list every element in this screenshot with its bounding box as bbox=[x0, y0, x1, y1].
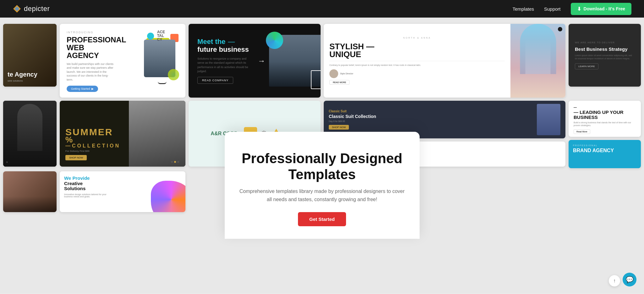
classic-suit-title: Classic Suit Collection bbox=[329, 114, 560, 119]
nav-support[interactable]: Support bbox=[544, 6, 561, 12]
hero-description: Comprehensive templates library made by … bbox=[237, 187, 407, 203]
card-best-business[interactable]: We are here to deliver Best Business Str… bbox=[569, 24, 641, 87]
logo-icon bbox=[13, 4, 21, 13]
scroll-top-button[interactable]: ↑ bbox=[609, 275, 620, 286]
te-agency-title: te Agency bbox=[8, 71, 52, 78]
best-business-title: Best Business Strategy bbox=[575, 46, 635, 52]
navbar: depicter Templates Support ⬇ Download - … bbox=[0, 0, 644, 18]
dark-person-name: n bbox=[6, 161, 8, 163]
card-professional-web[interactable]: INTRODUCING PROFESSIONAL WEB AGENCY We b… bbox=[60, 24, 185, 98]
logo-text: depicter bbox=[24, 5, 50, 13]
nav-links: Templates Support ⬇ Download - It's Free bbox=[513, 3, 631, 15]
download-button[interactable]: ⬇ Download - It's Free bbox=[571, 3, 631, 15]
future-business-btn[interactable]: READ COMPANY bbox=[197, 77, 233, 84]
leading-btn[interactable]: Read More bbox=[574, 129, 590, 134]
classic-suit-btn[interactable]: SHOP NOW bbox=[329, 125, 349, 130]
brand-agency-title: BRAND AGENCY bbox=[573, 148, 636, 153]
percent-text: % bbox=[65, 136, 120, 143]
main-content: te Agency web solutions INTRODUCING PROF… bbox=[0, 0, 644, 294]
row-1: te Agency web solutions INTRODUCING PROF… bbox=[0, 24, 644, 98]
best-business-btn[interactable]: LEARN MORE bbox=[575, 63, 598, 69]
card-friends[interactable] bbox=[3, 171, 57, 212]
logo[interactable]: depicter bbox=[13, 4, 50, 13]
chat-bubble[interactable]: 💬 bbox=[623, 273, 636, 286]
card-future-business[interactable]: Meet the — future business Solutions to … bbox=[189, 24, 321, 98]
card-te-agency[interactable]: te Agency web solutions bbox=[3, 24, 57, 87]
card-dark-person[interactable]: n bbox=[3, 101, 57, 167]
summer-text: SUMMER bbox=[65, 128, 120, 136]
meet-the: Meet the bbox=[197, 38, 225, 46]
creative-title: We ProvideCreativeSolutions bbox=[64, 176, 127, 191]
hero-cta-button[interactable]: Get Started bbox=[298, 212, 346, 226]
collection-text: —COLLECTION bbox=[65, 143, 120, 148]
unique-title: UNIQUE bbox=[329, 51, 505, 58]
card-leading-main[interactable]: — — LEADING UP YOUR BUSINESS Build a str… bbox=[569, 101, 641, 137]
chat-icon: 💬 bbox=[626, 276, 634, 283]
te-agency-sub: web solutions bbox=[8, 79, 52, 82]
hero-title: Professionally Designed Templates bbox=[237, 151, 407, 182]
card-brand-agency[interactable]: PROFESSIONAL BRAND AGENCY bbox=[569, 140, 641, 168]
leading-title: — LEADING UP YOUR BUSINESS bbox=[574, 110, 636, 120]
leading-dash: — bbox=[574, 106, 636, 109]
scroll-top-icon: ↑ bbox=[613, 278, 616, 284]
summer-btn[interactable]: SHOP NOW bbox=[65, 155, 87, 160]
download-label: Download - It's Free bbox=[584, 6, 625, 11]
download-icon: ⬇ bbox=[577, 6, 581, 12]
future-business: future business bbox=[197, 46, 254, 53]
classic-suit-label: Classic Suit bbox=[329, 110, 560, 113]
web-agency-desc: We build partnerships with our clients a… bbox=[67, 62, 114, 82]
card-creative[interactable]: We ProvideCreativeSolutions Innovative d… bbox=[60, 171, 185, 212]
web-agency-btn[interactable]: Getting Started ▶ bbox=[67, 86, 98, 92]
card-stylish-unique[interactable]: NORTH & ANNA STYLISH — UNIQUE Contrary t… bbox=[324, 24, 565, 98]
stylish-read-more[interactable]: READ MORE bbox=[329, 80, 350, 85]
web-agency-title: PROFESSIONAL WEB AGENCY bbox=[67, 36, 117, 60]
hero-overlay: Professionally Designed Templates Compre… bbox=[225, 132, 420, 239]
card-summer-collection[interactable]: SUMMER % —COLLECTION For Delivery First … bbox=[60, 101, 185, 167]
nav-templates[interactable]: Templates bbox=[513, 6, 534, 12]
